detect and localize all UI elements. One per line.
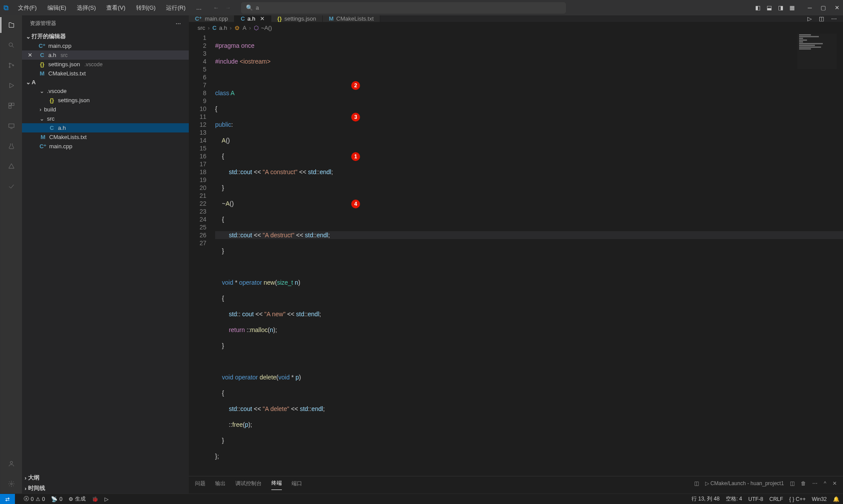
menu-view[interactable]: 查看(V) bbox=[103, 2, 129, 14]
status-eol[interactable]: CRLF bbox=[769, 496, 783, 502]
menu-select[interactable]: 选择(S) bbox=[73, 2, 99, 14]
account-icon[interactable] bbox=[6, 458, 17, 469]
close-icon[interactable]: ✕ bbox=[835, 4, 839, 11]
annotation-badge: 4 bbox=[351, 200, 360, 208]
project-section[interactable]: ⌄A bbox=[22, 78, 189, 86]
menu-goto[interactable]: 转到(G) bbox=[133, 2, 159, 14]
command-center[interactable]: 🔍 a bbox=[241, 2, 566, 14]
panel-tab-debug[interactable]: 调试控制台 bbox=[235, 477, 262, 490]
remote-indicator[interactable]: ⇄ bbox=[0, 494, 15, 504]
activity-bar bbox=[0, 15, 22, 493]
minimize-icon[interactable]: ─ bbox=[808, 4, 812, 11]
status-run-icon[interactable]: ▷ bbox=[104, 496, 108, 502]
search-text: a bbox=[256, 4, 259, 11]
testing-icon[interactable] bbox=[6, 141, 17, 151]
minimap[interactable] bbox=[797, 34, 837, 69]
svg-point-9 bbox=[11, 483, 12, 485]
status-spaces[interactable]: 空格: 4 bbox=[726, 495, 742, 503]
explorer-icon[interactable] bbox=[6, 20, 17, 30]
tree-item[interactable]: Ca.h bbox=[22, 123, 189, 132]
settings-icon[interactable] bbox=[6, 479, 17, 489]
terminal-kill-icon[interactable]: 🗑 bbox=[801, 480, 806, 486]
title-bar: ⧉ 文件(F) 编辑(E) 选择(S) 查看(V) 转到(G) 运行(R) … … bbox=[0, 0, 843, 15]
tree-item[interactable]: C⁺main.cpp bbox=[22, 142, 189, 151]
svg-rect-4 bbox=[9, 103, 11, 105]
editor-tab[interactable]: C⁺main.cpp bbox=[189, 15, 234, 22]
vscode-icon: ⧉ bbox=[4, 4, 8, 12]
tree-item[interactable]: › build bbox=[22, 105, 189, 114]
scm-icon[interactable] bbox=[6, 60, 17, 71]
layout-sidebar-left-icon[interactable]: ◧ bbox=[755, 4, 760, 11]
menu-edit[interactable]: 编辑(E) bbox=[44, 2, 70, 14]
status-ports[interactable]: 📡 0 bbox=[51, 496, 62, 502]
panel-tab-ports[interactable]: 端口 bbox=[292, 477, 302, 490]
terminal-session-label[interactable]: ▷ CMake/Launch - huan_project1 bbox=[705, 480, 784, 486]
panel-close-icon[interactable]: ✕ bbox=[832, 480, 837, 486]
terminal-split-icon[interactable]: ◫ bbox=[694, 480, 699, 486]
open-editor-item[interactable]: {}settings.json.vscode bbox=[22, 60, 189, 69]
status-bell-icon[interactable]: 🔔 bbox=[833, 496, 839, 502]
status-position[interactable]: 行 13, 列 48 bbox=[692, 495, 720, 503]
run-icon[interactable]: ▷ bbox=[807, 15, 812, 22]
sidebar-more-icon[interactable]: ⋯ bbox=[176, 21, 181, 27]
menu-more[interactable]: … bbox=[192, 3, 205, 13]
explorer-sidebar: 资源管理器 ⋯ ⌄打开的编辑器 C⁺main.cpp✕Ca.hsrc{}sett… bbox=[22, 15, 189, 493]
status-errors[interactable]: ⓧ 0 ⚠ 0 bbox=[24, 495, 45, 503]
open-editors-section[interactable]: ⌄打开的编辑器 bbox=[22, 32, 189, 41]
tree-item[interactable]: {}settings.json bbox=[22, 96, 189, 105]
panel-tab-terminal[interactable]: 终端 bbox=[271, 477, 282, 490]
nav-back-icon[interactable]: ← bbox=[213, 4, 219, 11]
editor-tab[interactable]: Ca.h✕ bbox=[234, 15, 271, 22]
annotation-badge: 3 bbox=[351, 113, 360, 122]
layout-sidebar-right-icon[interactable]: ◨ bbox=[778, 4, 783, 11]
remote-icon[interactable] bbox=[6, 121, 17, 131]
svg-point-2 bbox=[9, 67, 11, 68]
panel-maximize-icon[interactable]: ^ bbox=[824, 480, 826, 486]
status-bar: ⇄ ⓧ 0 ⚠ 0 📡 0 ⚙ 生成 🐞 ▷ 行 13, 列 48 空格: 4 … bbox=[0, 493, 843, 504]
annotation-badge: 1 bbox=[351, 152, 360, 161]
tree-item[interactable]: ⌄ src bbox=[22, 114, 189, 123]
status-debug-icon[interactable]: 🐞 bbox=[92, 496, 98, 502]
code-editor[interactable]: 1234567891011121314151617181920212223242… bbox=[189, 34, 843, 476]
close-icon[interactable]: ✕ bbox=[26, 52, 33, 58]
editor-tab[interactable]: MCMakeLists.txt bbox=[323, 15, 380, 22]
maximize-icon[interactable]: ▢ bbox=[821, 4, 826, 11]
open-editor-item[interactable]: ✕Ca.hsrc bbox=[22, 50, 189, 60]
panel-tab-output[interactable]: 输出 bbox=[215, 477, 226, 490]
annotation-badge: 2 bbox=[351, 81, 360, 90]
svg-point-0 bbox=[9, 43, 13, 46]
layout-customize-icon[interactable]: ▦ bbox=[789, 4, 795, 11]
extensions-icon[interactable] bbox=[6, 100, 17, 111]
svg-rect-6 bbox=[9, 106, 11, 108]
layout-panel-icon[interactable]: ⬓ bbox=[767, 4, 772, 11]
outline-section[interactable]: ›大纲 bbox=[22, 472, 189, 483]
status-lang[interactable]: { } C++ bbox=[789, 496, 806, 502]
editor-area: C⁺main.cppCa.h✕{}settings.jsonMCMakeList… bbox=[189, 15, 843, 493]
terminal[interactable]: -a---- 2024/6/8 9:56 2980842 huan_projec… bbox=[189, 490, 843, 493]
more-icon[interactable]: ⋯ bbox=[831, 15, 837, 22]
search-icon: 🔍 bbox=[246, 4, 253, 11]
editor-tab[interactable]: {}settings.json bbox=[271, 15, 323, 22]
menu-file[interactable]: 文件(F) bbox=[14, 2, 40, 14]
tree-item[interactable]: ⌄ .vscode bbox=[22, 86, 189, 96]
terminal-new-split-icon[interactable]: ◫ bbox=[790, 480, 795, 486]
split-icon[interactable]: ◫ bbox=[819, 15, 824, 22]
open-editor-item[interactable]: C⁺main.cpp bbox=[22, 41, 189, 50]
search-activity-icon[interactable] bbox=[6, 40, 17, 50]
status-platform[interactable]: Win32 bbox=[812, 496, 827, 502]
timeline-section[interactable]: ›时间线 bbox=[22, 483, 189, 493]
breadcrumb[interactable]: src› Ca.h› ⯐A› ⬡~A() bbox=[189, 22, 843, 34]
status-encoding[interactable]: UTF-8 bbox=[748, 496, 763, 502]
nav-forward-icon[interactable]: → bbox=[225, 4, 231, 11]
tab-close-icon[interactable]: ✕ bbox=[260, 15, 265, 22]
panel: 问题 输出 调试控制台 终端 端口 ◫ ▷ CMake/Launch - hua… bbox=[189, 476, 843, 493]
open-editor-item[interactable]: MCMakeLists.txt bbox=[22, 69, 189, 78]
terminal-more-icon[interactable]: ⋯ bbox=[812, 480, 818, 486]
menu-run[interactable]: 运行(R) bbox=[162, 2, 189, 14]
status-build[interactable]: ⚙ 生成 bbox=[68, 495, 86, 503]
other-icon[interactable] bbox=[6, 181, 17, 192]
run-debug-icon[interactable] bbox=[6, 80, 17, 91]
cmake-icon[interactable] bbox=[6, 161, 17, 172]
panel-tab-problems[interactable]: 问题 bbox=[195, 477, 205, 490]
tree-item[interactable]: MCMakeLists.txt bbox=[22, 132, 189, 142]
